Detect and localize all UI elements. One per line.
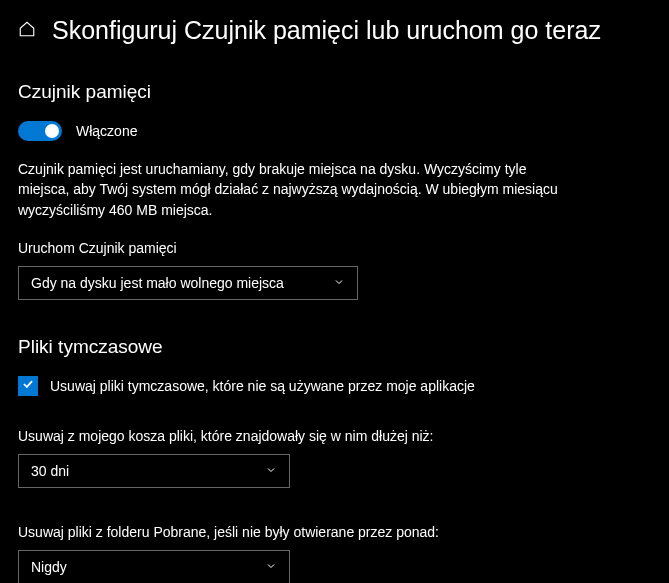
storage-sense-description: Czujnik pamięci jest uruchamiany, gdy br… — [18, 159, 578, 220]
run-storage-sense-value: Gdy na dysku jest mało wolnego miejsca — [31, 275, 284, 291]
recycle-bin-label: Usuwaj z mojego kosza pliki, które znajd… — [18, 428, 651, 444]
recycle-bin-value: 30 dni — [31, 463, 69, 479]
downloads-select[interactable]: Nigdy — [18, 550, 290, 583]
page-header: Skonfiguruj Czujnik pamięci lub uruchom … — [18, 16, 651, 45]
home-icon[interactable] — [18, 20, 36, 42]
delete-temp-files-row: Usuwaj pliki tymczasowe, które nie są uż… — [18, 376, 651, 396]
downloads-value: Nigdy — [31, 559, 67, 575]
storage-sense-toggle-label: Włączone — [76, 123, 137, 139]
checkmark-icon — [21, 377, 35, 395]
temp-files-heading: Pliki tymczasowe — [18, 336, 651, 358]
delete-temp-files-label: Usuwaj pliki tymczasowe, które nie są uż… — [50, 378, 475, 394]
delete-temp-files-checkbox[interactable] — [18, 376, 38, 396]
storage-sense-heading: Czujnik pamięci — [18, 81, 651, 103]
downloads-label: Usuwaj pliki z folderu Pobrane, jeśli ni… — [18, 524, 651, 540]
chevron-down-icon — [265, 559, 277, 575]
page-title: Skonfiguruj Czujnik pamięci lub uruchom … — [52, 16, 601, 45]
chevron-down-icon — [265, 463, 277, 479]
recycle-bin-select[interactable]: 30 dni — [18, 454, 290, 488]
run-storage-sense-label: Uruchom Czujnik pamięci — [18, 240, 651, 256]
chevron-down-icon — [333, 275, 345, 291]
storage-sense-toggle[interactable] — [18, 121, 62, 141]
toggle-knob — [45, 124, 59, 138]
run-storage-sense-select[interactable]: Gdy na dysku jest mało wolnego miejsca — [18, 266, 358, 300]
storage-sense-toggle-row: Włączone — [18, 121, 651, 141]
